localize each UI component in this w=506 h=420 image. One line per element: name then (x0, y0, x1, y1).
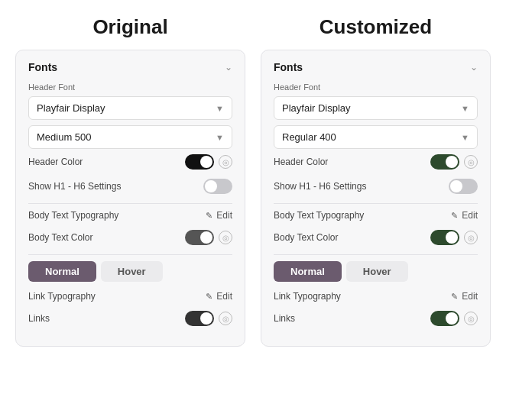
customized-link-typo-label: Link Typography (274, 291, 341, 302)
customized-tab-normal[interactable]: Normal (274, 261, 342, 282)
original-font-dropdown[interactable]: Playfair Display ▼ (28, 96, 232, 120)
customized-header-color-controls: ◎ (430, 154, 478, 170)
original-weight-dropdown[interactable]: Medium 500 ▼ (28, 125, 232, 149)
customized-header-color-toggle[interactable] (430, 154, 459, 170)
original-body-color-controls: ◎ (185, 230, 232, 245)
customized-h1h6-row: Show H1 - H6 Settings (274, 179, 478, 194)
original-header-color-label: Header Color (28, 157, 83, 167)
customized-link-typo-edit-label: Edit (462, 291, 478, 302)
original-panel: Fonts ⌄ Header Font Playfair Display ▼ M… (15, 50, 245, 347)
original-body-color-toggle[interactable] (185, 230, 214, 245)
original-tab-normal[interactable]: Normal (28, 261, 96, 282)
customized-weight-dropdown-arrow: ▼ (461, 133, 469, 142)
original-link-typo-edit-label: Edit (216, 291, 232, 302)
customized-body-color-label: Body Text Color (274, 232, 339, 243)
original-body-typo-edit-label: Edit (216, 210, 232, 221)
original-link-typo-pencil-icon: ✎ (206, 292, 212, 302)
original-tab-row: Normal Hover (28, 261, 232, 282)
customized-header-font-label: Header Font (274, 82, 478, 92)
customized-body-typo-pencil-icon: ✎ (451, 211, 458, 221)
customized-body-color-row: Body Text Color ◎ (274, 230, 478, 245)
customized-tab-hover[interactable]: Hover (346, 261, 408, 282)
customized-divider-1 (274, 203, 478, 204)
original-body-color-row: Body Text Color ◎ (28, 230, 232, 245)
customized-body-typo-edit[interactable]: ✎ Edit (451, 210, 478, 221)
customized-body-typo-row: Body Text Typography ✎ Edit (274, 210, 478, 221)
original-weight-dropdown-value: Medium 500 (37, 131, 92, 143)
original-h1h6-label: Show H1 - H6 Settings (28, 181, 121, 192)
customized-links-globe[interactable]: ◎ (464, 312, 478, 325)
customized-header-color-globe[interactable]: ◎ (464, 155, 478, 169)
customized-panel-header: Fonts ⌄ (274, 61, 478, 73)
customized-title: Customized (319, 15, 432, 39)
original-header-color-globe[interactable]: ◎ (219, 155, 232, 169)
customized-links-toggle[interactable] (430, 311, 459, 326)
customized-link-typo-row: Link Typography ✎ Edit (274, 291, 478, 302)
main-layout: Original Fonts ⌄ Header Font Playfair Di… (0, 0, 506, 347)
original-body-typo-row: Body Text Typography ✎ Edit (28, 210, 232, 221)
original-body-color-globe[interactable]: ◎ (219, 231, 232, 244)
original-links-globe[interactable]: ◎ (219, 312, 232, 325)
original-panel-title: Fonts (28, 61, 57, 73)
customized-body-color-globe[interactable]: ◎ (464, 231, 478, 244)
original-header-color-row: Header Color ◎ (28, 154, 232, 170)
customized-font-dropdown-arrow: ▼ (461, 104, 469, 113)
original-panel-header: Fonts ⌄ (28, 61, 232, 73)
customized-links-label: Links (274, 313, 295, 324)
original-body-typo-edit[interactable]: ✎ Edit (206, 210, 232, 221)
original-tab-hover[interactable]: Hover (101, 261, 163, 282)
customized-divider-2 (274, 254, 478, 255)
customized-tab-row: Normal Hover (274, 261, 478, 282)
original-links-controls: ◎ (185, 311, 232, 326)
customized-h1h6-label: Show H1 - H6 Settings (274, 181, 366, 192)
original-header-color-controls: ◎ (185, 154, 232, 170)
original-header-font-label: Header Font (28, 82, 232, 92)
customized-body-color-toggle[interactable] (430, 230, 459, 245)
original-font-dropdown-value: Playfair Display (37, 102, 105, 114)
customized-link-typo-edit[interactable]: ✎ Edit (451, 291, 478, 302)
original-body-typo-pencil-icon: ✎ (206, 211, 212, 221)
original-h1h6-toggle[interactable] (203, 179, 232, 194)
original-links-label: Links (28, 313, 50, 324)
original-link-typo-label: Link Typography (28, 291, 96, 302)
original-links-row: Links ◎ (28, 311, 232, 326)
customized-links-controls: ◎ (430, 311, 478, 326)
original-body-typo-label: Body Text Typography (28, 210, 118, 221)
original-body-color-label: Body Text Color (28, 232, 93, 243)
customized-header-color-row: Header Color ◎ (274, 154, 478, 170)
customized-body-typo-edit-label: Edit (462, 210, 478, 221)
original-divider-2 (28, 254, 232, 255)
customized-h1h6-toggle[interactable] (449, 179, 478, 194)
original-links-toggle[interactable] (185, 311, 214, 326)
customized-chevron-icon[interactable]: ⌄ (470, 62, 478, 73)
customized-column: Customized Fonts ⌄ Header Font Playfair … (261, 15, 491, 347)
customized-links-row: Links ◎ (274, 311, 478, 326)
customized-panel: Fonts ⌄ Header Font Playfair Display ▼ R… (261, 50, 491, 347)
customized-panel-title: Fonts (274, 61, 303, 73)
customized-body-color-controls: ◎ (430, 230, 478, 245)
original-divider-1 (28, 203, 232, 204)
customized-body-typo-label: Body Text Typography (274, 210, 364, 221)
customized-header-color-label: Header Color (274, 157, 328, 167)
original-chevron-icon[interactable]: ⌄ (225, 62, 232, 73)
original-weight-dropdown-arrow: ▼ (216, 133, 224, 142)
customized-font-dropdown[interactable]: Playfair Display ▼ (274, 96, 478, 120)
original-link-typo-row: Link Typography ✎ Edit (28, 291, 232, 302)
customized-link-typo-pencil-icon: ✎ (451, 292, 458, 302)
original-header-color-toggle[interactable] (185, 154, 214, 170)
original-title: Original (92, 15, 167, 39)
original-h1h6-row: Show H1 - H6 Settings (28, 179, 232, 194)
customized-weight-dropdown-value: Regular 400 (282, 131, 336, 143)
original-font-dropdown-arrow: ▼ (216, 104, 224, 113)
customized-weight-dropdown[interactable]: Regular 400 ▼ (274, 125, 478, 149)
original-column: Original Fonts ⌄ Header Font Playfair Di… (15, 15, 245, 347)
original-link-typo-edit[interactable]: ✎ Edit (206, 291, 232, 302)
customized-font-dropdown-value: Playfair Display (282, 102, 351, 114)
